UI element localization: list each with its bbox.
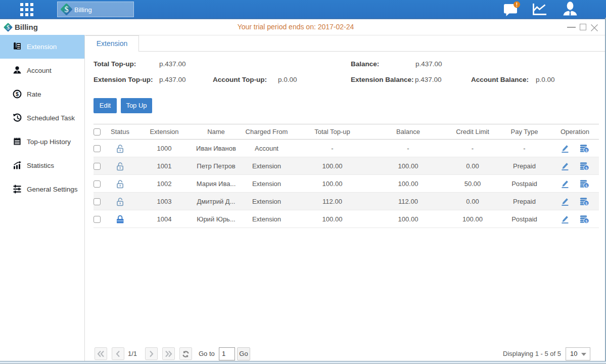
svg-text:$: $ <box>585 183 588 188</box>
svg-text:!: ! <box>516 2 518 8</box>
svg-text:$: $ <box>64 5 68 14</box>
svg-text:$: $ <box>585 201 588 205</box>
svg-text:$: $ <box>585 148 588 152</box>
svg-text:$: $ <box>585 165 588 170</box>
svg-text:$: $ <box>585 218 588 223</box>
svg-text:$: $ <box>16 91 19 97</box>
